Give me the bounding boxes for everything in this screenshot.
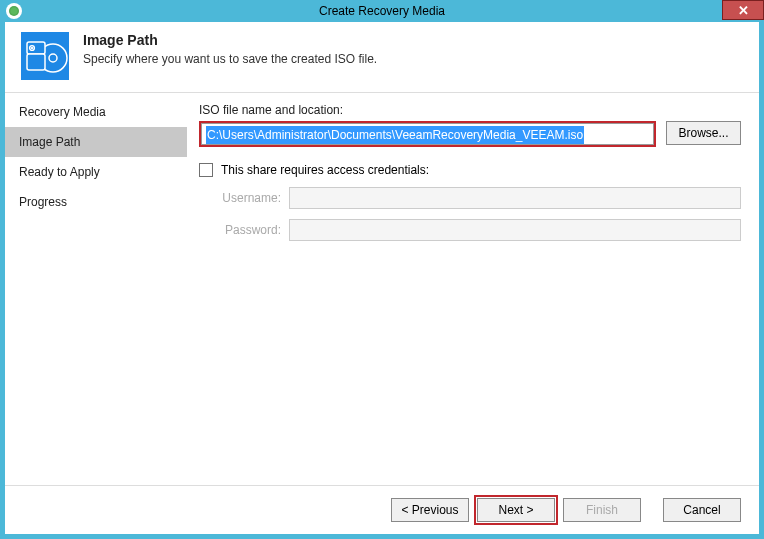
iso-path-input[interactable]: C:\Users\Administrator\Documents\VeeamRe…	[201, 123, 654, 145]
password-input	[289, 219, 741, 241]
content: ISO file name and location: C:\Users\Adm…	[187, 93, 759, 485]
sidebar-item-recovery-media[interactable]: Recovery Media	[5, 97, 187, 127]
sidebar-item-progress[interactable]: Progress	[5, 187, 187, 217]
header-text: Image Path Specify where you want us to …	[83, 32, 377, 66]
path-input-highlight: C:\Users\Administrator\Documents\VeeamRe…	[199, 121, 656, 147]
header: Image Path Specify where you want us to …	[5, 22, 759, 93]
share-credentials-label: This share requires access credentials:	[221, 163, 429, 177]
titlebar: Create Recovery Media ✕	[0, 0, 764, 22]
sidebar: Recovery Media Image Path Ready to Apply…	[5, 93, 187, 485]
sidebar-item-image-path[interactable]: Image Path	[5, 127, 187, 157]
page-title: Image Path	[83, 32, 377, 48]
iso-path-label: ISO file name and location:	[199, 103, 741, 117]
iso-path-value: C:\Users\Administrator\Documents\VeeamRe…	[206, 126, 584, 144]
close-icon: ✕	[738, 3, 749, 18]
path-row: C:\Users\Administrator\Documents\VeeamRe…	[199, 121, 741, 147]
share-credentials-checkbox[interactable]	[199, 163, 213, 177]
body: Recovery Media Image Path Ready to Apply…	[5, 93, 759, 485]
browse-button[interactable]: Browse...	[666, 121, 741, 145]
password-row: Password:	[199, 219, 741, 241]
next-button[interactable]: Next >	[477, 498, 555, 522]
share-credentials-row: This share requires access credentials:	[199, 163, 741, 177]
svg-rect-4	[27, 54, 45, 70]
finish-button: Finish	[563, 498, 641, 522]
page-subtitle: Specify where you want us to save the cr…	[83, 52, 377, 66]
username-row: Username:	[199, 187, 741, 209]
username-input	[289, 187, 741, 209]
dialog-window: Create Recovery Media ✕ Image Path Speci…	[0, 0, 764, 539]
footer: < Previous Next > Finish Cancel	[5, 485, 759, 534]
password-label: Password:	[199, 223, 289, 237]
username-label: Username:	[199, 191, 289, 205]
app-icon	[6, 3, 22, 19]
cancel-button[interactable]: Cancel	[663, 498, 741, 522]
image-path-icon	[21, 32, 69, 80]
previous-button[interactable]: < Previous	[391, 498, 469, 522]
window-title: Create Recovery Media	[319, 4, 445, 18]
sidebar-item-ready-to-apply[interactable]: Ready to Apply	[5, 157, 187, 187]
close-button[interactable]: ✕	[722, 0, 764, 20]
